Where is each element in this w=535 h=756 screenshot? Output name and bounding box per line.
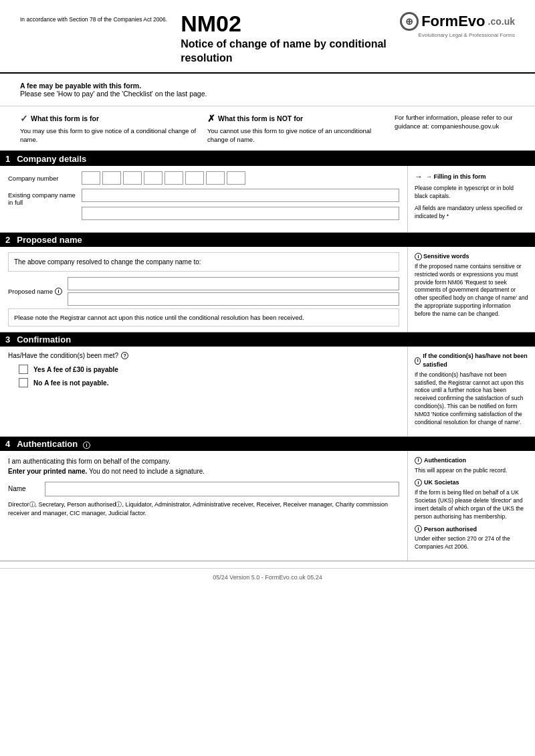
- company-num-box-2[interactable]: [102, 171, 121, 185]
- section-3-aside: i If the condition(s) has/have not been …: [408, 347, 535, 436]
- info-row: ✓ What this form is for You may use this…: [0, 106, 535, 153]
- existing-name-inputs: [82, 189, 399, 223]
- societas-aside-text: If the form is being filed on behalf of …: [415, 489, 528, 521]
- proposed-name-label: Proposed name i: [8, 288, 62, 295]
- form-title-block: NM02 Notice of change of name by conditi…: [181, 12, 387, 66]
- proposed-name-input-2[interactable]: [68, 292, 399, 306]
- person-aside-icon: i: [415, 525, 422, 533]
- auth-name-label: Name: [8, 485, 38, 492]
- section-3-main: Has/Have the condition(s) been met? ? Ye…: [0, 347, 408, 436]
- section-4-header: 4 Authentication i: [0, 437, 535, 451]
- societas-aside-heading: i UK Societas: [415, 478, 528, 487]
- company-num-box-4[interactable]: [144, 171, 163, 185]
- existing-name-input-1[interactable]: [82, 189, 399, 202]
- no-checkbox-row: No A fee is not payable.: [19, 378, 399, 387]
- auth-name-input[interactable]: [45, 482, 399, 496]
- person-aside-text: Under either section 270 or 274 of the C…: [415, 535, 528, 551]
- section-3: 3 Confirmation Has/Have the condition(s)…: [0, 333, 535, 436]
- company-num-box-6[interactable]: [185, 171, 204, 185]
- company-number-row: Company number: [8, 171, 399, 185]
- filling-in-text1: Please complete in typescript or in bold…: [415, 185, 528, 201]
- section-3-header: 3 Confirmation: [0, 333, 535, 347]
- footer-text: 05/24 Version 5.0 - FormEvo.co.uk 05.24: [213, 574, 322, 581]
- auth-aside-text: This will appear on the public record.: [415, 467, 528, 475]
- company-number-inputs: [82, 171, 245, 185]
- company-num-box-7[interactable]: [206, 171, 225, 185]
- auth-title-icon: i: [83, 442, 90, 449]
- company-number-label: Company number: [8, 175, 82, 182]
- logo-text: FormEvo: [421, 13, 485, 30]
- what-for-header: ✓ What this form is for: [20, 113, 201, 124]
- company-num-box-5[interactable]: [165, 171, 183, 185]
- filling-in-text2: All fields are mandatory unless specifie…: [415, 205, 528, 221]
- what-not-text: You cannot use this form to give notice …: [207, 126, 388, 145]
- auth-name-row: Name: [8, 482, 399, 496]
- company-num-box-1[interactable]: [82, 171, 100, 185]
- auth-text: I am authenticating this form on behalf …: [8, 456, 399, 476]
- confirmation-question: Has/Have the condition(s) been met? ?: [8, 352, 399, 359]
- further-info-text: For further information, please refer to…: [395, 113, 515, 131]
- yes-checkbox-row: Yes A fee of £30 is payable: [19, 365, 399, 374]
- section-2-num: 2: [5, 235, 10, 245]
- existing-name-input-2[interactable]: [82, 207, 399, 220]
- note-box: Please note the Registrar cannot act upo…: [8, 308, 399, 326]
- yes-checkbox[interactable]: [19, 365, 28, 374]
- check-icon: ✓: [20, 113, 28, 124]
- section-2-header: 2 Proposed name: [0, 233, 535, 247]
- person-aside-heading: i Person authorised: [415, 525, 528, 534]
- footer: 05/24 Version 5.0 - FormEvo.co.uk 05.24: [0, 568, 535, 586]
- section-2-body: The above company resolved to change the…: [0, 247, 535, 332]
- further-info-col: For further information, please refer to…: [395, 113, 515, 145]
- header: In accordance with Section 78 of the Com…: [0, 0, 535, 74]
- proposed-name-inputs: [68, 277, 399, 306]
- section-1-num: 1: [5, 154, 10, 164]
- sensitive-heading: i Sensitive words: [415, 252, 528, 261]
- no-checkbox[interactable]: [19, 378, 28, 387]
- fee-bold: A fee may be payable with this form.: [20, 82, 515, 90]
- logo-area: ⊕ FormEvo.co.uk Evolutionary Legal & Pro…: [400, 12, 515, 38]
- existing-name-row: Existing company name in full: [8, 189, 399, 223]
- logo-tagline: Evolutionary Legal & Professional Forms: [418, 32, 515, 38]
- what-not-col: ✗ What this form is NOT for You cannot u…: [207, 113, 388, 145]
- yes-label: Yes A fee of £30 is payable: [33, 366, 118, 373]
- section-1-main: Company number Existing company name: [0, 166, 408, 232]
- existing-name-label: Existing company name in full: [8, 191, 82, 206]
- section-1: 1 Company details Company number: [0, 152, 535, 233]
- no-label: No A fee is not payable.: [33, 379, 108, 387]
- proposed-name-input-1[interactable]: [68, 277, 399, 290]
- section-3-body: Has/Have the condition(s) been met? ? Ye…: [0, 347, 535, 436]
- section-1-body: Company number Existing company name: [0, 166, 535, 232]
- filling-in-heading: → → Filling in this form: [415, 171, 528, 183]
- auth-aside-icon: i: [415, 457, 422, 464]
- section-4-aside: i Authentication This will appear on the…: [408, 451, 535, 561]
- s3-aside-text: If the condition(s) has/have not been sa…: [415, 371, 528, 427]
- page: In accordance with Section 78 of the Com…: [0, 0, 535, 756]
- form-subtitle: Notice of change of name by conditional …: [181, 37, 387, 66]
- section-1-header: 1 Company details: [0, 152, 535, 166]
- section-1-title: Company details: [17, 154, 86, 164]
- s3-aside-heading: i If the condition(s) has/have not been …: [415, 352, 528, 369]
- section-3-num: 3: [5, 335, 10, 345]
- section-2-main: The above company resolved to change the…: [0, 247, 408, 332]
- section-4-body: I am authenticating this form on behalf …: [0, 451, 535, 561]
- logo-brand: ⊕ FormEvo.co.uk: [400, 12, 515, 31]
- x-icon: ✗: [207, 113, 215, 124]
- section-1-aside: → → Filling in this form Please complete…: [408, 166, 535, 232]
- section-4-main: I am authenticating this form on behalf …: [0, 451, 408, 561]
- logo-couk: .co.uk: [488, 16, 515, 27]
- what-not-header: ✗ What this form is NOT for: [207, 113, 388, 124]
- header-meta: In accordance with Section 78 of the Com…: [20, 16, 167, 24]
- company-num-box-8[interactable]: [227, 171, 245, 185]
- proposed-name-row: Proposed name i: [8, 277, 399, 306]
- company-num-box-3[interactable]: [123, 171, 142, 185]
- societas-aside-icon: i: [415, 479, 422, 486]
- section-4-num: 4: [5, 439, 10, 449]
- header-left: In accordance with Section 78 of the Com…: [20, 12, 387, 66]
- proposed-name-info-icon: i: [55, 288, 62, 295]
- what-for-col: ✓ What this form is for You may use this…: [20, 113, 201, 145]
- sensitive-info-icon: i: [415, 253, 422, 260]
- section-2: 2 Proposed name The above company resolv…: [0, 233, 535, 333]
- resolved-text: The above company resolved to change the…: [8, 252, 399, 272]
- fee-normal: Please see 'How to pay' and the 'Checkli…: [20, 90, 515, 98]
- section-4-title: Authentication i: [17, 439, 90, 449]
